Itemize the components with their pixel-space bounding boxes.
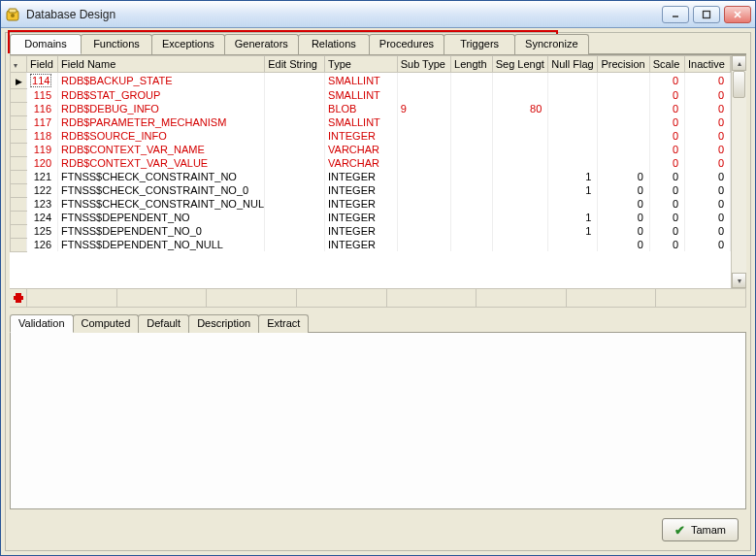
- cell-null: [548, 129, 598, 143]
- col-scale[interactable]: Scale: [649, 56, 684, 73]
- subtab-computed[interactable]: Computed: [73, 314, 140, 333]
- cell-len: [451, 197, 493, 211]
- cell-sub: [397, 156, 450, 170]
- cell-seg: [492, 88, 548, 102]
- table-row[interactable]: 122FTNSS$CHECK_CONSTRAINT_NO_0INTEGER100…: [11, 183, 731, 197]
- cell-edit: [265, 183, 325, 197]
- tab-generators[interactable]: Generators: [224, 34, 299, 54]
- tab-functions[interactable]: Functions: [81, 34, 152, 54]
- cell-len: [451, 211, 493, 224]
- cell-name: RDB$SOURCE_INFO: [58, 129, 265, 143]
- table-row[interactable]: ▶114RDB$BACKUP_STATESMALLINT00: [11, 73, 731, 89]
- row-indicator: [11, 170, 27, 183]
- cell-scale: 0: [649, 115, 684, 129]
- cell-type: INTEGER: [325, 238, 398, 251]
- cell-name: RDB$CONTEXT_VAR_VALUE: [58, 156, 265, 170]
- table-row[interactable]: 117RDB$PARAMETER_MECHANISMSMALLINT00: [11, 115, 731, 129]
- detail-pane[interactable]: [10, 333, 746, 509]
- maximize-button[interactable]: [693, 6, 720, 23]
- cell-null: [548, 88, 598, 102]
- table-row[interactable]: 119RDB$CONTEXT_VAR_NAMEVARCHAR00: [11, 143, 731, 156]
- cell-field: 123: [27, 197, 58, 211]
- col-seg[interactable]: Seg Lengt: [492, 56, 548, 73]
- col-field[interactable]: Field: [27, 56, 58, 73]
- row-indicator: [11, 156, 27, 170]
- cell-sub: [397, 197, 450, 211]
- tab-relations[interactable]: Relations: [298, 34, 370, 54]
- tab-exceptions[interactable]: Exceptions: [151, 34, 225, 54]
- col-edit[interactable]: Edit String: [265, 56, 325, 73]
- window-buttons: [662, 6, 751, 23]
- subtab-extract[interactable]: Extract: [258, 314, 309, 333]
- ok-button[interactable]: ✔ Tamam: [662, 518, 739, 541]
- cell-edit: [265, 156, 325, 170]
- vertical-scrollbar[interactable]: ▴ ▾: [731, 55, 746, 288]
- domains-grid[interactable]: ▾ Field Field Name Edit String Type Sub …: [10, 55, 731, 252]
- col-null[interactable]: Null Flag: [548, 56, 598, 73]
- cell-scale: 0: [649, 183, 684, 197]
- close-button[interactable]: [724, 6, 751, 23]
- cell-seg: 80: [492, 102, 548, 115]
- table-row[interactable]: 123FTNSS$CHECK_CONSTRAINT_NO_NULLINTEGER…: [11, 197, 731, 211]
- subtab-default[interactable]: Default: [138, 314, 189, 333]
- tab-domains[interactable]: Domains: [10, 34, 82, 54]
- col-sub[interactable]: Sub Type: [397, 56, 450, 73]
- cell-len: [451, 156, 493, 170]
- table-row[interactable]: 118RDB$SOURCE_INFOINTEGER00: [11, 129, 731, 143]
- col-inact[interactable]: Inactive: [685, 56, 731, 73]
- cell-len: [451, 88, 493, 102]
- cell-edit: [265, 224, 325, 238]
- cell-scale: 0: [649, 156, 684, 170]
- row-indicator: [11, 238, 27, 251]
- row-indicator: [11, 88, 27, 102]
- table-row[interactable]: 115RDB$STAT_GROUPSMALLINT00: [11, 88, 731, 102]
- cell-field: 118: [27, 129, 58, 143]
- scroll-track[interactable]: [732, 71, 746, 273]
- client-area: DomainsFunctionsExceptionsGeneratorsRela…: [5, 32, 751, 551]
- table-row[interactable]: 121FTNSS$CHECK_CONSTRAINT_NOINTEGER1000: [11, 170, 731, 183]
- cell-edit: [265, 115, 325, 129]
- cell-edit: [265, 170, 325, 183]
- cell-prec: 0: [598, 224, 649, 238]
- col-len[interactable]: Length: [451, 56, 493, 73]
- scroll-thumb[interactable]: [733, 71, 745, 98]
- col-type[interactable]: Type: [325, 56, 398, 73]
- cell-type: VARCHAR: [325, 156, 398, 170]
- table-row[interactable]: 126FTNSS$DEPENDENT_NO_NULLINTEGER000: [11, 238, 731, 251]
- table-row[interactable]: 124FTNSS$DEPENDENT_NOINTEGER1000: [11, 211, 731, 224]
- subtab-description[interactable]: Description: [188, 314, 259, 333]
- col-indicator[interactable]: ▾: [11, 56, 27, 73]
- row-indicator: [11, 129, 27, 143]
- titlebar[interactable]: Database Design: [1, 1, 755, 28]
- minimize-button[interactable]: [662, 6, 689, 23]
- nav-marker-icon[interactable]: [10, 289, 27, 307]
- window-title: Database Design: [26, 8, 662, 21]
- cell-null: [548, 73, 598, 89]
- tab-procedures[interactable]: Procedures: [369, 34, 444, 54]
- cell-field: 119: [27, 143, 58, 156]
- cell-field: 121: [27, 170, 58, 183]
- tab-syncronize[interactable]: Syncronize: [514, 34, 588, 54]
- cell-null: [548, 197, 598, 211]
- col-name[interactable]: Field Name: [58, 56, 265, 73]
- scroll-up-button[interactable]: ▴: [732, 55, 746, 71]
- subtab-validation[interactable]: Validation: [10, 314, 74, 333]
- cell-inact: 0: [685, 211, 731, 224]
- row-indicator: [11, 197, 27, 211]
- table-row[interactable]: 125FTNSS$DEPENDENT_NO_0INTEGER1000: [11, 224, 731, 238]
- cell-sub: [397, 183, 450, 197]
- table-row[interactable]: 120RDB$CONTEXT_VAR_VALUEVARCHAR00: [11, 156, 731, 170]
- cell-name: RDB$CONTEXT_VAR_NAME: [58, 143, 265, 156]
- cell-sub: [397, 170, 450, 183]
- cell-name: FTNSS$CHECK_CONSTRAINT_NO_0: [58, 183, 265, 197]
- cell-len: [451, 129, 493, 143]
- check-icon: ✔: [674, 523, 685, 538]
- table-row[interactable]: 116RDB$DEBUG_INFOBLOB98000: [11, 102, 731, 115]
- grid-navigator[interactable]: [10, 288, 746, 308]
- scroll-down-button[interactable]: ▾: [732, 273, 746, 288]
- cell-len: [451, 73, 493, 89]
- tab-triggers[interactable]: Triggers: [444, 34, 515, 54]
- cell-prec: [598, 156, 649, 170]
- col-prec[interactable]: Precision: [598, 56, 649, 73]
- cell-null: [548, 102, 598, 115]
